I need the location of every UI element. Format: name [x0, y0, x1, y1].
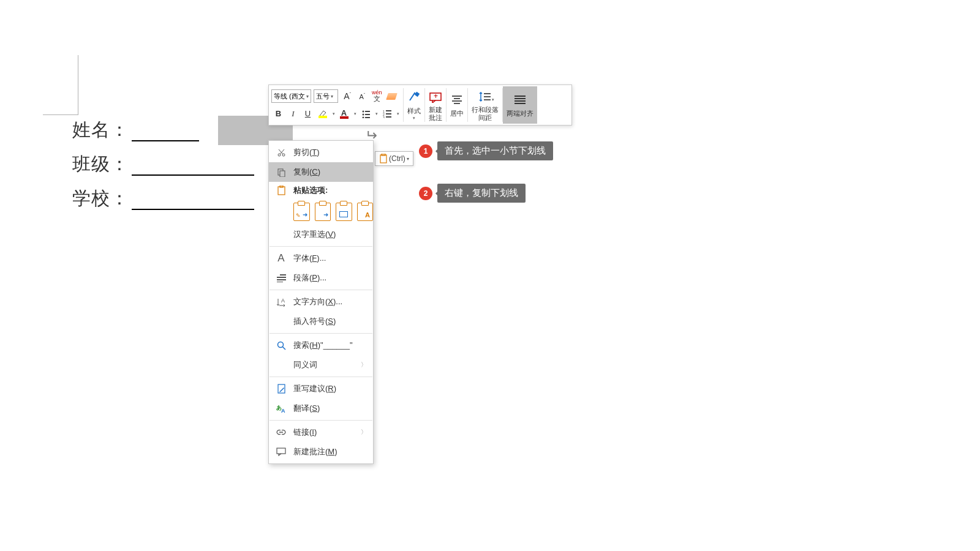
- underline-class[interactable]: [132, 174, 254, 176]
- annotation-2: 2 右键，复制下划线: [419, 184, 526, 203]
- bullets-button[interactable]: [358, 107, 372, 121]
- font-name-combo[interactable]: 等线 (西文▾: [271, 89, 311, 103]
- menu-link-label: 链接(I): [293, 427, 361, 438]
- menu-text-direction[interactable]: A 文字方向(X)...: [269, 292, 373, 312]
- menu-insert-symbol-label: 插入符号(S): [293, 316, 367, 327]
- menu-link[interactable]: 链接(I) 〉: [269, 422, 373, 442]
- eraser-icon: [386, 93, 398, 100]
- menu-paste-options-header: 粘贴选项:: [269, 182, 373, 199]
- menu-hanzi-reselect[interactable]: 汉字重选(V): [269, 225, 373, 244]
- svg-point-0: [362, 110, 364, 112]
- paste-keep-source[interactable]: ✎➜: [293, 203, 310, 221]
- svg-rect-3: [365, 114, 370, 115]
- styles-button[interactable]: 样式 ▾: [404, 86, 424, 124]
- justify-icon: [514, 94, 526, 105]
- decrease-font-button[interactable]: Aˇ: [355, 89, 369, 103]
- justify-label: 两端对齐: [507, 109, 533, 118]
- ctrl-label: (Ctrl): [389, 154, 405, 163]
- menu-copy-label: 复制(C): [293, 167, 367, 178]
- menu-new-comment-label: 新建批注(M): [293, 446, 367, 457]
- clear-formatting-button[interactable]: [385, 89, 399, 103]
- rewrite-icon: [275, 384, 287, 394]
- menu-paragraph-label: 段落(P)...: [293, 272, 367, 283]
- svg-point-2: [362, 113, 364, 115]
- font-size-combo[interactable]: 五号▾: [314, 89, 338, 103]
- svg-rect-21: [484, 99, 491, 100]
- menu-copy[interactable]: 复制(C): [269, 162, 373, 182]
- paragraph-icon: [275, 274, 287, 282]
- svg-rect-7: [386, 110, 391, 111]
- highlight-button[interactable]: [315, 107, 330, 121]
- menu-rewrite[interactable]: 重写建议(R): [269, 379, 373, 399]
- svg-rect-20: [484, 96, 491, 97]
- annotation-2-number: 2: [419, 187, 432, 200]
- menu-hanzi-label: 汉字重选(V): [293, 229, 367, 240]
- highlight-dropdown[interactable]: ▾: [330, 107, 336, 121]
- menu-insert-symbol[interactable]: 插入符号(S): [269, 312, 373, 331]
- paste-merge-formatting[interactable]: ➜: [315, 203, 331, 221]
- annotation-1: 1 首先，选中一小节下划线: [419, 141, 553, 160]
- paste-picture[interactable]: [336, 203, 352, 221]
- center-button[interactable]: 居中: [447, 86, 467, 124]
- svg-rect-25: [514, 103, 526, 104]
- paste-header-icon: [275, 186, 287, 195]
- form-row-class: 班级：: [72, 154, 254, 177]
- phonetic-guide-button[interactable]: wén文: [370, 89, 384, 103]
- menu-translate[interactable]: あA 翻译(S): [269, 399, 373, 418]
- underline-button[interactable]: U: [301, 107, 315, 121]
- menu-new-comment[interactable]: 新建批注(M): [269, 442, 373, 462]
- line-spacing-icon: [478, 91, 492, 102]
- paste-text-only[interactable]: A: [357, 203, 374, 221]
- menu-synonyms-label: 同义词: [293, 359, 361, 370]
- numbering-button[interactable]: 123: [380, 107, 394, 121]
- svg-text:3: 3: [383, 116, 385, 118]
- center-align-icon: [451, 94, 463, 105]
- form-fields: 姓名： 班级： 学校：: [72, 119, 254, 222]
- menu-paragraph[interactable]: 段落(P)...: [269, 268, 373, 288]
- underline-school[interactable]: [132, 209, 254, 210]
- font-color-dropdown[interactable]: ▾: [352, 107, 358, 121]
- svg-rect-40: [278, 384, 285, 393]
- underline-name-part1[interactable]: [132, 140, 199, 141]
- copy-icon: [275, 168, 287, 177]
- menu-synonyms[interactable]: 同义词 〉: [269, 355, 373, 375]
- menu-cut[interactable]: 剪切(T): [269, 143, 373, 162]
- annotation-1-number: 1: [419, 144, 432, 158]
- italic-button[interactable]: I: [286, 107, 300, 121]
- menu-search[interactable]: 搜索(H)"______": [269, 335, 373, 355]
- font-size-value: 五号: [316, 92, 330, 101]
- font-color-button[interactable]: A: [337, 107, 351, 121]
- justify-button[interactable]: 两端对齐: [503, 86, 537, 124]
- font-name-value: 等线 (西文: [274, 92, 305, 101]
- svg-rect-9: [386, 113, 391, 114]
- increase-font-button[interactable]: Aˆ: [341, 89, 355, 103]
- separator: [270, 420, 372, 421]
- form-row-school: 学校：: [72, 188, 254, 211]
- svg-rect-16: [454, 98, 460, 99]
- svg-rect-35: [277, 277, 286, 278]
- bullets-dropdown[interactable]: ▾: [373, 107, 379, 121]
- separator: [270, 246, 372, 247]
- svg-rect-18: [454, 103, 460, 104]
- svg-rect-11: [386, 116, 391, 118]
- font-a-icon: A: [275, 252, 287, 264]
- search-icon: [275, 341, 287, 350]
- new-comment-button[interactable]: + 新建 批注: [425, 86, 446, 124]
- svg-rect-12: [415, 92, 420, 97]
- paste-ctrl-popup[interactable]: (Ctrl) ▾: [375, 151, 413, 166]
- label-school: 学校：: [72, 186, 129, 211]
- mini-toolbar: 等线 (西文▾ 五号▾ Aˆ Aˇ wén文 B I U ▾ A ▾ ▾: [268, 84, 572, 126]
- svg-rect-31: [280, 171, 285, 177]
- menu-search-label: 搜索(H)"______": [293, 340, 367, 351]
- clipboard-icon: [379, 154, 388, 163]
- center-label: 居中: [450, 109, 464, 118]
- svg-point-4: [362, 116, 364, 118]
- menu-font[interactable]: A 字体(F)...: [269, 249, 373, 268]
- svg-rect-36: [277, 279, 286, 280]
- document-margin-corner: [43, 55, 78, 115]
- line-spacing-label: 行和段落 间距: [472, 106, 499, 121]
- bold-button[interactable]: B: [271, 107, 285, 121]
- comment-icon: +: [429, 91, 442, 103]
- line-spacing-button[interactable]: 行和段落 间距 ▾: [468, 86, 502, 124]
- numbering-dropdown[interactable]: ▾: [394, 107, 401, 121]
